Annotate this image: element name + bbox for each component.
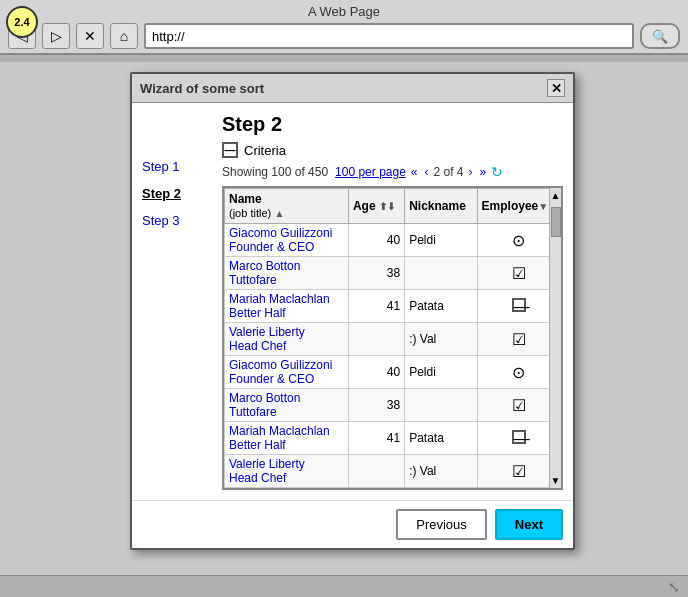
nickname-cell: [405, 257, 477, 290]
scroll-thumb[interactable]: [551, 207, 561, 237]
refresh-button[interactable]: ↻: [491, 164, 503, 180]
table-row: Mariah MaclachlanBetter Half41Patata—: [225, 422, 561, 455]
criteria-label: Criteria: [244, 143, 286, 158]
resize-handle[interactable]: ⤡: [668, 579, 680, 595]
scroll-down-button[interactable]: ▼: [549, 473, 563, 488]
scroll-up-button[interactable]: ▲: [549, 188, 563, 203]
checkbox-indeterminate-icon[interactable]: —: [512, 430, 526, 444]
employee-cell[interactable]: —: [477, 290, 560, 323]
page-area: Wizard of some sort ✕ Step 1 Step 2 Step…: [0, 62, 688, 597]
checkbox-checked-icon[interactable]: ☑: [512, 265, 526, 282]
radio-selected-icon[interactable]: ⊙: [512, 232, 525, 249]
checkbox-checked-icon[interactable]: ☑: [512, 331, 526, 348]
browser-title: A Web Page: [8, 4, 680, 19]
employee-cell[interactable]: ⊙: [477, 356, 560, 389]
age-cell: [348, 323, 404, 356]
employee-cell[interactable]: —: [477, 422, 560, 455]
step-1-item[interactable]: Step 1: [142, 153, 212, 180]
pagination-bar: Showing 100 of 450 100 per page « ‹ 2 of…: [222, 164, 563, 180]
radio-selected-icon[interactable]: ⊙: [512, 364, 525, 381]
table-row: Giacomo GuilizzoniFounder & CEO40Peldi⊙: [225, 356, 561, 389]
previous-button[interactable]: Previous: [396, 509, 487, 540]
col-age[interactable]: Age ⬆⬇: [348, 189, 404, 224]
home-button[interactable]: ⌂: [110, 23, 138, 49]
employee-cell[interactable]: ☑: [477, 257, 560, 290]
modal-header: Wizard of some sort ✕: [132, 74, 573, 103]
browser-toolbar: ◁ ▷ ✕ ⌂ 🔍: [8, 23, 680, 49]
modal-body: Step 1 Step 2 Step 3 Step 2 — Criteria S…: [132, 103, 573, 500]
employee-cell[interactable]: ☑: [477, 389, 560, 422]
name-cell[interactable]: Giacomo GuilizzoniFounder & CEO: [225, 224, 349, 257]
table-scrollbar[interactable]: ▲ ▼: [549, 188, 561, 488]
step-2-item[interactable]: Step 2: [142, 180, 212, 207]
step-heading: Step 2: [222, 113, 563, 136]
age-cell: [348, 455, 404, 488]
modal-title: Wizard of some sort: [140, 81, 264, 96]
nickname-cell: :) Val: [405, 455, 477, 488]
name-cell[interactable]: Valerie LibertyHead Chef: [225, 455, 349, 488]
table-row: Mariah MaclachlanBetter Half41Patata—: [225, 290, 561, 323]
age-cell: 38: [348, 389, 404, 422]
first-page-button[interactable]: «: [409, 165, 420, 179]
col-name[interactable]: Name(job title) ▲: [225, 189, 349, 224]
steps-sidebar: Step 1 Step 2 Step 3: [142, 113, 212, 490]
employee-cell[interactable]: ☑: [477, 323, 560, 356]
table-row: Giacomo GuilizzoniFounder & CEO40Peldi⊙: [225, 224, 561, 257]
search-button[interactable]: 🔍: [640, 23, 680, 49]
name-cell[interactable]: Marco BottonTuttofare: [225, 389, 349, 422]
age-cell: 40: [348, 224, 404, 257]
name-cell[interactable]: Marco BottonTuttofare: [225, 257, 349, 290]
name-cell[interactable]: Mariah MaclachlanBetter Half: [225, 422, 349, 455]
criteria-collapse-icon[interactable]: —: [222, 142, 238, 158]
per-page-selector[interactable]: 100 per page: [335, 165, 406, 179]
age-cell: 41: [348, 422, 404, 455]
table-row: Valerie LibertyHead Chef:) Val☑: [225, 455, 561, 488]
page-info: 2 of 4: [434, 165, 464, 179]
modal-close-button[interactable]: ✕: [547, 79, 565, 97]
employee-cell[interactable]: ⊙: [477, 224, 560, 257]
name-cell[interactable]: Mariah MaclachlanBetter Half: [225, 290, 349, 323]
nickname-cell: [405, 389, 477, 422]
criteria-row: — Criteria: [222, 142, 563, 158]
forward-button[interactable]: ▷: [42, 23, 70, 49]
age-sort-icon[interactable]: ⬆⬇: [379, 201, 395, 212]
col-nickname: Nickname: [405, 189, 477, 224]
prev-page-button[interactable]: ‹: [423, 165, 431, 179]
table-row: Valerie LibertyHead Chef:) Val☑: [225, 323, 561, 356]
nickname-cell: Peldi: [405, 224, 477, 257]
age-cell: 41: [348, 290, 404, 323]
close-tab-button[interactable]: ✕: [76, 23, 104, 49]
data-table: Name(job title) ▲ Age ⬆⬇ Nickname Employ…: [224, 188, 561, 488]
checkbox-indeterminate-icon[interactable]: —: [512, 298, 526, 312]
name-cell[interactable]: Valerie LibertyHead Chef: [225, 323, 349, 356]
next-button[interactable]: Next: [495, 509, 563, 540]
name-cell[interactable]: Giacomo GuilizzoniFounder & CEO: [225, 356, 349, 389]
step-3-item[interactable]: Step 3: [142, 207, 212, 234]
version-badge: 2.4: [6, 6, 38, 38]
last-page-button[interactable]: »: [478, 165, 489, 179]
checkbox-checked-icon[interactable]: ☑: [512, 463, 526, 480]
next-page-button[interactable]: ›: [467, 165, 475, 179]
address-bar[interactable]: [144, 23, 634, 49]
showing-count: Showing 100 of 450: [222, 165, 328, 179]
employee-sort-icon[interactable]: ▼: [538, 201, 548, 212]
age-cell: 40: [348, 356, 404, 389]
age-cell: 38: [348, 257, 404, 290]
nickname-cell: Patata: [405, 290, 477, 323]
table-row: Marco BottonTuttofare38☑: [225, 257, 561, 290]
data-table-wrapper: Name(job title) ▲ Age ⬆⬇ Nickname Employ…: [222, 186, 563, 490]
nickname-cell: Peldi: [405, 356, 477, 389]
nickname-cell: Patata: [405, 422, 477, 455]
wizard-modal: Wizard of some sort ✕ Step 1 Step 2 Step…: [130, 72, 575, 550]
table-row: Marco BottonTuttofare38☑: [225, 389, 561, 422]
checkbox-checked-icon[interactable]: ☑: [512, 397, 526, 414]
name-sort-icon[interactable]: ▲: [275, 208, 285, 219]
step-content: Step 2 — Criteria Showing 100 of 450 100…: [222, 113, 563, 490]
browser-chrome: A Web Page ◁ ▷ ✕ ⌂ 🔍: [0, 0, 688, 55]
modal-footer: Previous Next: [132, 500, 573, 548]
bottom-bar: ⤡: [0, 575, 688, 597]
nickname-cell: :) Val: [405, 323, 477, 356]
